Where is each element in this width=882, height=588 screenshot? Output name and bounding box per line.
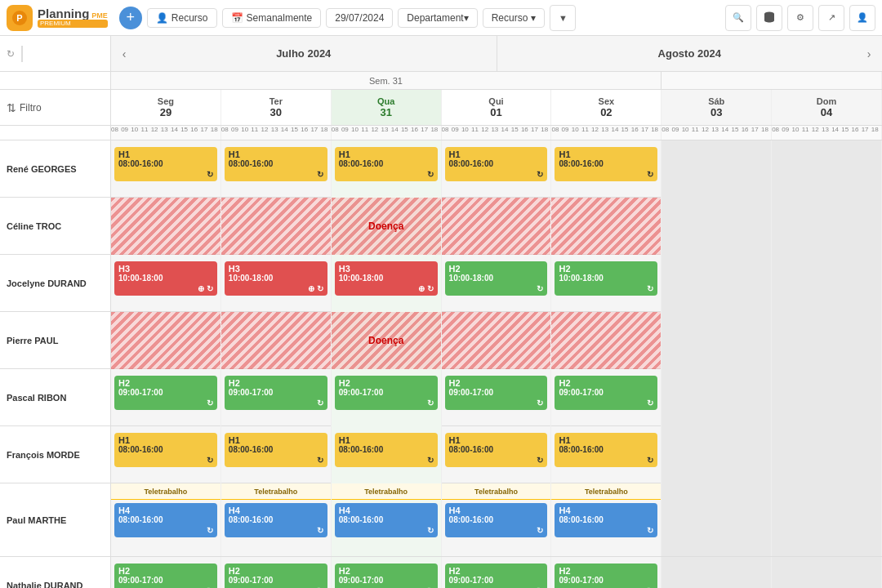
cell-r0-d3[interactable]: H1 08:00-16:00 ↻ bbox=[442, 140, 552, 198]
cell-r7-d5[interactable] bbox=[662, 557, 772, 588]
shift-block-6-2[interactable]: H4 08:00-16:00 ↻ bbox=[335, 503, 438, 537]
repeat-icon-4-1[interactable]: ↻ bbox=[317, 399, 323, 408]
repeat-icon-5-1[interactable]: ↻ bbox=[317, 456, 323, 465]
shift-block-2-4[interactable]: H2 10:00-18:00 ↻ bbox=[555, 261, 657, 296]
cell-r2-d1[interactable]: H3 10:00-18:00 ⊕ ↻ bbox=[221, 255, 332, 312]
cell-r3-d4[interactable] bbox=[551, 312, 662, 369]
search-button[interactable]: 🔍 bbox=[725, 5, 751, 31]
shift-block-0-4[interactable]: H1 08:00-16:00 ↻ bbox=[555, 147, 657, 181]
repeat-icon-0-0[interactable]: ↻ bbox=[207, 170, 213, 179]
repeat-icon-0-2[interactable]: ↻ bbox=[427, 170, 434, 179]
cell-r0-d2[interactable]: H1 08:00-16:00 ↻ bbox=[332, 140, 442, 198]
cell-r3-d6[interactable] bbox=[772, 312, 882, 369]
cell-r5-d3[interactable]: H1 08:00-16:00 ↻ bbox=[442, 426, 552, 483]
cell-r6-d4[interactable]: Teletrabalho H4 08:00-16:00 ↻ bbox=[551, 483, 662, 556]
shift-block-0-0[interactable]: H1 08:00-16:00 ↻ bbox=[114, 147, 217, 181]
user-button[interactable]: 👤 bbox=[849, 5, 875, 31]
repeat-icon-2-1[interactable]: ↻ bbox=[317, 284, 323, 293]
cell-r5-d2[interactable]: H1 08:00-16:00 ↻ bbox=[332, 426, 442, 483]
cell-r4-d6[interactable] bbox=[772, 369, 882, 426]
refresh-icon[interactable]: ↻ bbox=[7, 48, 15, 60]
repeat-icon-5-2[interactable]: ↻ bbox=[427, 456, 434, 465]
repeat-icon-4-4[interactable]: ↻ bbox=[647, 399, 653, 408]
add-button[interactable]: + bbox=[119, 7, 142, 29]
cell-r1-d3[interactable] bbox=[442, 198, 552, 255]
cell-r2-d3[interactable]: H2 10:00-18:00 ↻ bbox=[442, 255, 552, 312]
shift-block-0-2[interactable]: H1 08:00-16:00 ↻ bbox=[335, 147, 438, 181]
shift-block-7-0[interactable]: H2 09:00-17:00 ↻ bbox=[114, 564, 217, 588]
repeat-icon-5-3[interactable]: ↻ bbox=[537, 456, 543, 465]
shift-block-5-1[interactable]: H1 08:00-16:00 ↻ bbox=[225, 433, 327, 467]
shift-block-6-1[interactable]: H4 08:00-16:00 ↻ bbox=[225, 503, 327, 537]
cell-r4-d4[interactable]: H2 09:00-17:00 ↻ bbox=[551, 369, 662, 426]
cell-r3-d2[interactable]: Doença bbox=[332, 312, 442, 369]
plus-icon[interactable]: ⊕ bbox=[198, 284, 204, 293]
shift-block-7-1[interactable]: H2 09:00-17:00 ↻ bbox=[225, 564, 327, 588]
shift-block-0-1[interactable]: H1 08:00-16:00 ↻ bbox=[225, 147, 327, 181]
shift-block-7-2[interactable]: H2 09:00-17:00 ↻ bbox=[335, 564, 438, 588]
date-button[interactable]: 29/07/2024 bbox=[326, 8, 393, 28]
cell-r5-d4[interactable]: H1 08:00-16:00 ↻ bbox=[551, 426, 662, 483]
cell-r3-d1[interactable] bbox=[221, 312, 332, 369]
repeat-icon-2-4[interactable]: ↻ bbox=[647, 284, 653, 293]
shift-block-5-4[interactable]: H1 08:00-16:00 ↻ bbox=[555, 433, 657, 467]
repeat-icon-6-3[interactable]: ↻ bbox=[537, 526, 543, 535]
cell-r1-d1[interactable] bbox=[221, 198, 332, 255]
settings-button[interactable]: ⚙ bbox=[787, 5, 813, 31]
prev-month-button[interactable]: ‹ bbox=[116, 46, 132, 62]
recurso-button[interactable]: 👤 Recurso bbox=[147, 8, 217, 28]
cell-r7-d4[interactable]: H2 09:00-17:00 ↻ bbox=[551, 557, 662, 588]
cell-r0-d6[interactable] bbox=[772, 140, 882, 198]
repeat-icon-2-3[interactable]: ↻ bbox=[537, 284, 543, 293]
shift-block-4-4[interactable]: H2 09:00-17:00 ↻ bbox=[555, 376, 657, 410]
cell-r1-d6[interactable] bbox=[772, 198, 882, 255]
repeat-icon-4-0[interactable]: ↻ bbox=[207, 399, 213, 408]
cell-r5-d0[interactable]: H1 08:00-16:00 ↻ bbox=[111, 426, 221, 483]
shift-block-4-1[interactable]: H2 09:00-17:00 ↻ bbox=[225, 376, 327, 410]
shift-block-7-4[interactable]: H2 09:00-17:00 ↻ bbox=[555, 564, 657, 588]
repeat-icon-6-2[interactable]: ↻ bbox=[427, 526, 434, 535]
shift-block-5-3[interactable]: H1 08:00-16:00 ↻ bbox=[445, 433, 548, 467]
departamento-button[interactable]: Departament▾ bbox=[398, 8, 477, 28]
cell-r7-d3[interactable]: H2 09:00-17:00 ↻ bbox=[442, 557, 552, 588]
cell-r5-d1[interactable]: H1 08:00-16:00 ↻ bbox=[221, 426, 332, 483]
cell-r5-d5[interactable] bbox=[662, 426, 772, 483]
shift-block-2-3[interactable]: H2 10:00-18:00 ↻ bbox=[445, 261, 548, 296]
repeat-icon-5-0[interactable]: ↻ bbox=[207, 456, 213, 465]
cell-r2-d0[interactable]: H3 10:00-18:00 ⊕ ↻ bbox=[111, 255, 221, 312]
cell-r6-d1[interactable]: Teletrabalho H4 08:00-16:00 ↻ bbox=[221, 483, 332, 556]
repeat-icon-4-2[interactable]: ↻ bbox=[427, 399, 434, 408]
cell-r0-d4[interactable]: H1 08:00-16:00 ↻ bbox=[551, 140, 662, 198]
recurso2-button[interactable]: Recurso ▾ bbox=[483, 8, 546, 28]
shift-block-7-3[interactable]: H2 09:00-17:00 ↻ bbox=[445, 564, 548, 588]
cell-r3-d5[interactable] bbox=[662, 312, 772, 369]
repeat-icon-6-4[interactable]: ↻ bbox=[647, 526, 653, 535]
cell-r3-d3[interactable] bbox=[442, 312, 552, 369]
plus-icon[interactable]: ⊕ bbox=[418, 284, 425, 293]
repeat-icon-2-0[interactable]: ↻ bbox=[207, 284, 213, 293]
cell-r4-d5[interactable] bbox=[662, 369, 772, 426]
repeat-icon-0-1[interactable]: ↻ bbox=[317, 170, 323, 179]
shift-block-0-3[interactable]: H1 08:00-16:00 ↻ bbox=[445, 147, 548, 181]
cell-r7-d2[interactable]: H2 09:00-17:00 ↻ bbox=[332, 557, 442, 588]
repeat-icon-4-3[interactable]: ↻ bbox=[537, 399, 543, 408]
cell-r2-d5[interactable] bbox=[662, 255, 772, 312]
cell-r5-d6[interactable] bbox=[772, 426, 882, 483]
shift-block-4-2[interactable]: H2 09:00-17:00 ↻ bbox=[335, 376, 438, 410]
cell-r2-d6[interactable] bbox=[772, 255, 882, 312]
cell-r4-d3[interactable]: H2 09:00-17:00 ↻ bbox=[442, 369, 552, 426]
semanalmente-button[interactable]: 📅 Semanalmente bbox=[222, 8, 322, 28]
repeat-icon-5-4[interactable]: ↻ bbox=[647, 456, 653, 465]
cell-r3-d0[interactable] bbox=[111, 312, 221, 369]
filter-button[interactable]: ▼ bbox=[550, 5, 576, 31]
cell-r1-d0[interactable] bbox=[111, 198, 221, 255]
cell-r6-d5[interactable] bbox=[662, 483, 772, 556]
repeat-icon-6-1[interactable]: ↻ bbox=[317, 526, 323, 535]
shift-block-6-0[interactable]: H4 08:00-16:00 ↻ bbox=[114, 503, 217, 537]
share-button[interactable]: ↗ bbox=[818, 5, 844, 31]
cell-r1-d4[interactable] bbox=[551, 198, 662, 255]
cell-r6-d0[interactable]: Teletrabalho H4 08:00-16:00 ↻ bbox=[111, 483, 221, 556]
plus-icon[interactable]: ⊕ bbox=[308, 284, 314, 293]
cell-r7-d6[interactable] bbox=[772, 557, 882, 588]
cell-r4-d2[interactable]: H2 09:00-17:00 ↻ bbox=[332, 369, 442, 426]
